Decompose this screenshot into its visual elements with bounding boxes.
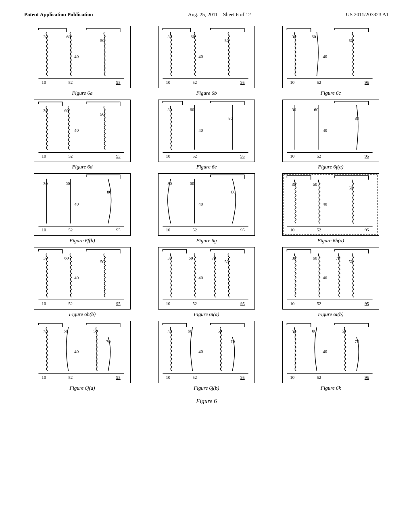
svg-text:40: 40 xyxy=(74,349,79,354)
main-content: 10 52 95 30 60 50 40 Figure 6a xyxy=(0,22,413,413)
header-date: Aug. 25, 2011 xyxy=(188,11,218,17)
figure-6e-cell: 10 52 95 30 60 80 40 Figure 6e xyxy=(148,100,265,170)
svg-text:52: 52 xyxy=(317,154,321,158)
figure-6a-caption: Figure 6a xyxy=(72,90,92,96)
svg-text:60: 60 xyxy=(190,181,194,186)
figure-6ib-caption: Figure 6i(b) xyxy=(318,311,343,318)
figure-6hb-diagram: 10 52 95 30 60 50 40 xyxy=(34,247,131,310)
svg-text:95: 95 xyxy=(116,375,121,380)
figures-grid: 10 52 95 30 60 50 40 Figure 6a xyxy=(24,26,389,391)
figure-6a-cell: 10 52 95 30 60 50 40 Figure 6a xyxy=(24,26,140,96)
svg-text:40: 40 xyxy=(323,202,327,206)
svg-text:30: 30 xyxy=(292,107,296,112)
svg-text:10: 10 xyxy=(42,375,46,380)
svg-text:30: 30 xyxy=(43,181,48,186)
figure-6ha-cell: 10 52 95 30 60 50 40 Figure 6h(a) xyxy=(273,173,389,244)
svg-text:40: 40 xyxy=(323,54,327,59)
svg-text:95: 95 xyxy=(116,301,121,306)
svg-text:80: 80 xyxy=(231,189,236,194)
figure-6ha-diagram: 10 52 95 30 60 50 40 xyxy=(282,173,379,236)
figure-6fa-diagram: 10 52 95 30 60 80 40 xyxy=(282,100,379,162)
svg-text:52: 52 xyxy=(68,227,73,232)
figure-6jb-caption: Figure 6j(b) xyxy=(194,385,219,391)
figure-6jb-diagram: 10 52 95 30 60 50 70 40 xyxy=(158,321,255,383)
svg-text:10: 10 xyxy=(290,375,294,380)
svg-text:30: 30 xyxy=(167,256,172,260)
svg-text:40: 40 xyxy=(74,128,79,133)
svg-text:95: 95 xyxy=(116,154,121,158)
svg-text:30: 30 xyxy=(43,34,48,39)
header-sheet: Sheet 6 of 12 xyxy=(223,11,251,17)
svg-text:80: 80 xyxy=(228,116,233,121)
svg-text:95: 95 xyxy=(240,375,245,380)
svg-text:95: 95 xyxy=(365,154,369,158)
svg-text:95: 95 xyxy=(240,227,245,232)
figure-6k-caption: Figure 6k xyxy=(321,385,341,391)
header-date-sheet: Aug. 25, 2011 Sheet 6 of 12 xyxy=(188,11,251,18)
svg-text:70: 70 xyxy=(355,339,359,344)
figure-6a-diagram: 10 52 95 30 60 50 40 xyxy=(34,26,131,88)
svg-text:40: 40 xyxy=(198,202,203,206)
svg-text:30: 30 xyxy=(292,256,296,260)
svg-text:50: 50 xyxy=(348,185,353,190)
svg-text:60: 60 xyxy=(188,328,192,333)
svg-text:60: 60 xyxy=(314,107,319,112)
figure-6ia-cell: 10 52 95 30 60 70 50 40 Figure 6i(a) xyxy=(148,247,265,318)
svg-text:30: 30 xyxy=(292,329,296,334)
svg-text:60: 60 xyxy=(65,108,69,113)
figure-6b-diagram: 10 52 95 30 60 50 40 xyxy=(158,26,255,88)
svg-text:10: 10 xyxy=(42,154,46,158)
figure-6b-caption: Figure 6b xyxy=(196,90,217,96)
svg-text:95: 95 xyxy=(116,227,121,232)
svg-text:50: 50 xyxy=(348,38,353,43)
svg-text:95: 95 xyxy=(116,80,121,85)
svg-text:52: 52 xyxy=(317,375,321,380)
figure-6fa-caption: Figure 6f(a) xyxy=(318,164,343,170)
svg-text:60: 60 xyxy=(64,328,68,333)
svg-text:40: 40 xyxy=(74,202,79,206)
svg-text:95: 95 xyxy=(365,227,369,232)
svg-text:95: 95 xyxy=(240,301,245,306)
svg-text:52: 52 xyxy=(317,80,321,85)
figure-6c-diagram: 10 52 95 30 60 50 40 xyxy=(282,26,379,88)
svg-text:30: 30 xyxy=(292,34,296,39)
figure-6fb-caption: Figure 6f(b) xyxy=(69,237,95,244)
svg-text:60: 60 xyxy=(313,256,317,260)
svg-text:52: 52 xyxy=(68,301,73,306)
svg-text:10: 10 xyxy=(166,375,170,380)
figure-6hb-cell: 10 52 95 30 60 50 40 Figure 6h(b) xyxy=(24,247,140,318)
svg-text:60: 60 xyxy=(66,181,70,186)
figure-6d-diagram: 10 52 95 30 60 50 40 xyxy=(34,100,131,162)
svg-text:40: 40 xyxy=(74,54,79,59)
svg-text:50: 50 xyxy=(94,328,98,333)
svg-text:40: 40 xyxy=(323,128,327,133)
svg-text:40: 40 xyxy=(74,275,79,280)
svg-text:60: 60 xyxy=(313,182,317,187)
svg-text:10: 10 xyxy=(42,80,46,85)
svg-text:40: 40 xyxy=(198,128,203,133)
figure-6g-diagram: 10 52 95 30 60 80 40 xyxy=(158,173,255,236)
svg-text:30: 30 xyxy=(167,34,172,39)
figure-6d-caption: Figure 6d xyxy=(72,164,92,170)
svg-text:40: 40 xyxy=(198,54,203,59)
svg-text:30: 30 xyxy=(292,182,296,187)
svg-text:60: 60 xyxy=(190,107,194,112)
svg-text:50: 50 xyxy=(348,259,353,264)
svg-text:60: 60 xyxy=(65,256,69,260)
svg-text:70: 70 xyxy=(230,339,235,344)
svg-text:50: 50 xyxy=(100,38,104,43)
svg-text:30: 30 xyxy=(167,107,172,112)
svg-text:10: 10 xyxy=(290,154,294,158)
svg-text:50: 50 xyxy=(218,328,222,333)
svg-text:10: 10 xyxy=(290,227,294,232)
svg-text:52: 52 xyxy=(68,80,73,85)
figure-6c-cell: 10 52 95 30 60 50 40 Figure 6c xyxy=(273,26,389,96)
header-patent-number: US 2011/207323 A1 xyxy=(346,11,389,18)
svg-text:10: 10 xyxy=(290,301,294,306)
figure-6k-cell: 10 52 95 30 60 50 70 40 Figure 6k xyxy=(273,321,389,391)
figure-6g-caption: Figure 6g xyxy=(196,237,217,244)
page-header: Patent Application Publication Aug. 25, … xyxy=(0,0,413,22)
svg-text:52: 52 xyxy=(192,375,197,380)
svg-text:52: 52 xyxy=(317,227,321,232)
svg-text:52: 52 xyxy=(317,301,321,306)
